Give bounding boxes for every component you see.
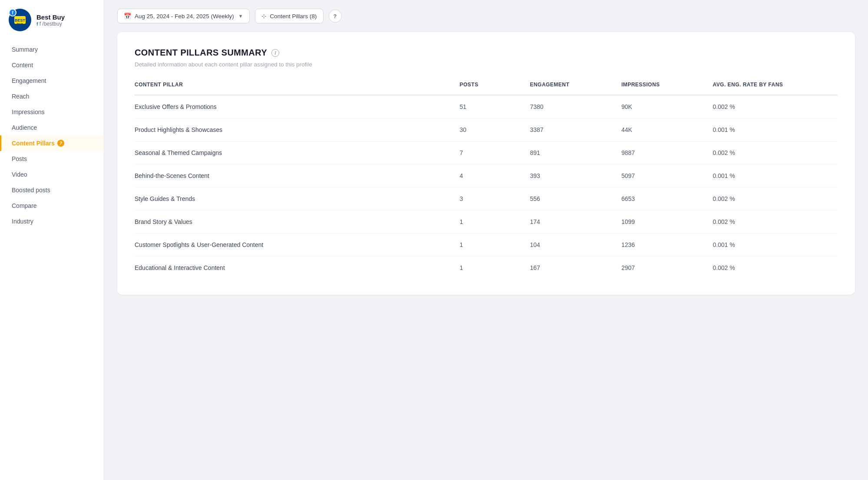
cell-engagement: 104 — [521, 233, 612, 256]
cell-avg-eng-rate: 0.002 % — [704, 95, 838, 118]
help-button[interactable]: ? — [329, 10, 342, 23]
cell-pillar: Behind-the-Scenes Content — [135, 164, 451, 187]
brand-info: Best Buy f f /bestbuy — [36, 13, 65, 27]
cell-engagement: 7380 — [521, 95, 612, 118]
cell-impressions: 2907 — [613, 256, 704, 279]
table-row: Product Highlights & Showcases30338744K0… — [135, 118, 838, 141]
sidebar-item-reach[interactable]: Reach — [0, 89, 104, 104]
col-header-pillar: CONTENT PILLAR — [135, 82, 451, 95]
cell-pillar: Seasonal & Themed Campaigns — [135, 141, 451, 164]
cell-engagement: 556 — [521, 187, 612, 210]
cell-pillar: Educational & Interactive Content — [135, 256, 451, 279]
col-header-avg-eng-rate: AVG. ENG. RATE BY FANS — [704, 82, 838, 95]
cell-posts: 51 — [451, 95, 521, 118]
cell-engagement: 174 — [521, 210, 612, 233]
cell-posts: 1 — [451, 256, 521, 279]
brand-logo-wrap: f BEST BUY — [9, 9, 31, 31]
cell-engagement: 891 — [521, 141, 612, 164]
cell-engagement: 167 — [521, 256, 612, 279]
cell-impressions: 6653 — [613, 187, 704, 210]
content-area: CONTENT PILLARS SUMMARY i Detailed infor… — [104, 32, 868, 480]
sidebar-item-posts[interactable]: Posts — [0, 151, 104, 167]
content-pillars-table: CONTENT PILLAR POSTS ENGAGEMENT IMPRESSI… — [135, 82, 838, 279]
chevron-down-icon: ▼ — [238, 13, 243, 19]
brand-name: Best Buy — [36, 13, 65, 21]
main-content: 📅 Aug 25, 2024 - Feb 24, 2025 (Weekly) ▼… — [104, 0, 868, 480]
pillars-icon: ⊹ — [261, 13, 267, 20]
sidebar-item-industry[interactable]: Industry — [0, 214, 104, 229]
col-header-engagement: ENGAGEMENT — [521, 82, 612, 95]
sidebar-item-content[interactable]: Content — [0, 57, 104, 73]
sidebar-item-engagement[interactable]: Engagement — [0, 73, 104, 89]
sidebar-item-audience[interactable]: Audience — [0, 120, 104, 135]
cell-engagement: 3387 — [521, 118, 612, 141]
cell-posts: 4 — [451, 164, 521, 187]
sidebar-item-impressions[interactable]: Impressions — [0, 104, 104, 120]
cell-avg-eng-rate: 0.002 % — [704, 256, 838, 279]
question-circle-icon: ? — [57, 140, 64, 147]
cell-engagement: 393 — [521, 164, 612, 187]
card-subtitle: Detailed information about each content … — [135, 61, 838, 68]
table-row: Educational & Interactive Content1167290… — [135, 256, 838, 279]
col-header-impressions: IMPRESSIONS — [613, 82, 704, 95]
sidebar-item-video[interactable]: Video — [0, 167, 104, 182]
cell-posts: 3 — [451, 187, 521, 210]
question-icon: ? — [333, 13, 337, 20]
table-body: Exclusive Offers & Promotions51738090K0.… — [135, 95, 838, 279]
sidebar-item-compare[interactable]: Compare — [0, 198, 104, 214]
brand-handle: f f /bestbuy — [36, 21, 65, 27]
pillars-filter[interactable]: ⊹ Content Pillars (8) — [255, 9, 323, 23]
cell-pillar: Customer Spotlights & User-Generated Con… — [135, 233, 451, 256]
cell-avg-eng-rate: 0.002 % — [704, 187, 838, 210]
cell-posts: 7 — [451, 141, 521, 164]
cell-impressions: 1236 — [613, 233, 704, 256]
nav-menu: Summary Content Engagement Reach Impress… — [0, 42, 104, 233]
cell-posts: 1 — [451, 233, 521, 256]
cell-pillar: Exclusive Offers & Promotions — [135, 95, 451, 118]
pillars-summary-card: CONTENT PILLARS SUMMARY i Detailed infor… — [117, 32, 855, 295]
table-header: CONTENT PILLAR POSTS ENGAGEMENT IMPRESSI… — [135, 82, 838, 95]
topbar: 📅 Aug 25, 2024 - Feb 24, 2025 (Weekly) ▼… — [104, 0, 868, 32]
cell-impressions: 44K — [613, 118, 704, 141]
table-row: Customer Spotlights & User-Generated Con… — [135, 233, 838, 256]
table-row: Brand Story & Values117410990.002 % — [135, 210, 838, 233]
table-row: Style Guides & Trends355666530.002 % — [135, 187, 838, 210]
cell-pillar: Style Guides & Trends — [135, 187, 451, 210]
date-range-label: Aug 25, 2024 - Feb 24, 2025 (Weekly) — [135, 13, 234, 20]
table-row: Exclusive Offers & Promotions51738090K0.… — [135, 95, 838, 118]
facebook-icon: f — [12, 10, 13, 15]
cell-posts: 1 — [451, 210, 521, 233]
table-row: Behind-the-Scenes Content439350970.001 % — [135, 164, 838, 187]
pillars-filter-label: Content Pillars (8) — [270, 13, 317, 20]
calendar-icon: 📅 — [124, 13, 131, 20]
cell-avg-eng-rate: 0.002 % — [704, 141, 838, 164]
sidebar-item-boosted-posts[interactable]: Boosted posts — [0, 182, 104, 198]
facebook-platform-icon: f — [36, 21, 38, 26]
date-range-filter[interactable]: 📅 Aug 25, 2024 - Feb 24, 2025 (Weekly) ▼ — [117, 9, 250, 23]
svg-text:BEST: BEST — [15, 18, 26, 23]
cell-avg-eng-rate: 0.001 % — [704, 233, 838, 256]
cell-avg-eng-rate: 0.002 % — [704, 210, 838, 233]
cell-avg-eng-rate: 0.001 % — [704, 118, 838, 141]
info-icon[interactable]: i — [271, 49, 279, 57]
cell-avg-eng-rate: 0.001 % — [704, 164, 838, 187]
cell-impressions: 90K — [613, 95, 704, 118]
facebook-badge: f — [9, 9, 17, 16]
sidebar: f BEST BUY Best Buy f f /bestbuy — [0, 0, 104, 480]
sidebar-item-summary[interactable]: Summary — [0, 42, 104, 57]
svg-text:BUY: BUY — [17, 23, 23, 26]
cell-impressions: 9887 — [613, 141, 704, 164]
cell-posts: 30 — [451, 118, 521, 141]
cell-pillar: Brand Story & Values — [135, 210, 451, 233]
cell-impressions: 5097 — [613, 164, 704, 187]
col-header-posts: POSTS — [451, 82, 521, 95]
cell-pillar: Product Highlights & Showcases — [135, 118, 451, 141]
sidebar-item-content-pillars[interactable]: Content Pillars ? — [0, 135, 104, 151]
cell-impressions: 1099 — [613, 210, 704, 233]
table-row: Seasonal & Themed Campaigns789198870.002… — [135, 141, 838, 164]
brand-header: f BEST BUY Best Buy f f /bestbuy — [0, 0, 104, 42]
card-title: CONTENT PILLARS SUMMARY i — [135, 48, 838, 58]
